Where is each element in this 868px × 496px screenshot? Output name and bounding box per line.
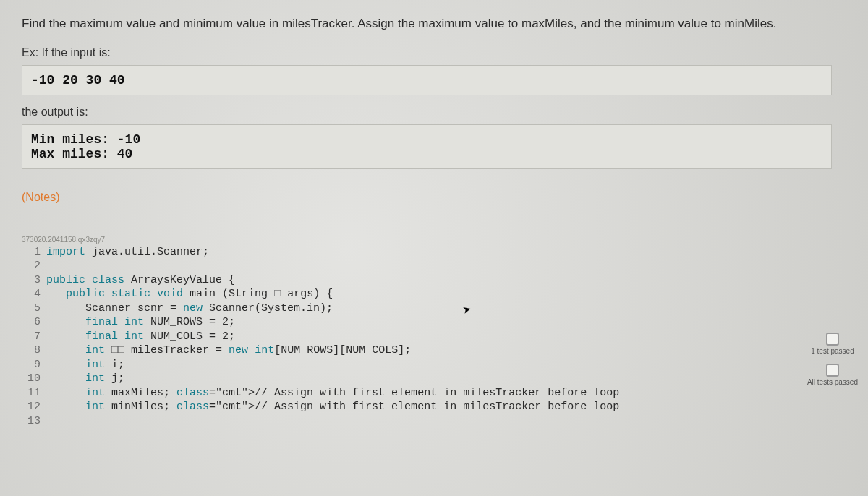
example-input: -10 20 30 40 [22, 65, 832, 95]
checkbox-icon [826, 333, 839, 346]
challenge-id: 373020.2041158.qx3zqy7 [22, 236, 846, 244]
one-test-passed-badge: 1 test passed [811, 333, 854, 355]
example-output: Min miles: -10 Max miles: 40 [22, 124, 832, 169]
input-label: Ex: If the input is: [22, 46, 846, 59]
notes-link[interactable]: (Notes) [22, 191, 59, 204]
output-label: the output is: [22, 106, 846, 119]
one-test-label: 1 test passed [811, 347, 854, 355]
code-editor[interactable]: 12345678910111213 import java.util.Scann… [22, 245, 745, 429]
checkbox-icon [826, 364, 839, 377]
code-content[interactable]: import java.util.Scanner; public class A… [46, 245, 619, 429]
all-tests-passed-badge: All tests passed [807, 364, 858, 386]
all-tests-label: All tests passed [807, 378, 858, 386]
line-gutter: 12345678910111213 [22, 245, 46, 429]
problem-prompt: Find the maximum value and minimum value… [22, 14, 846, 33]
